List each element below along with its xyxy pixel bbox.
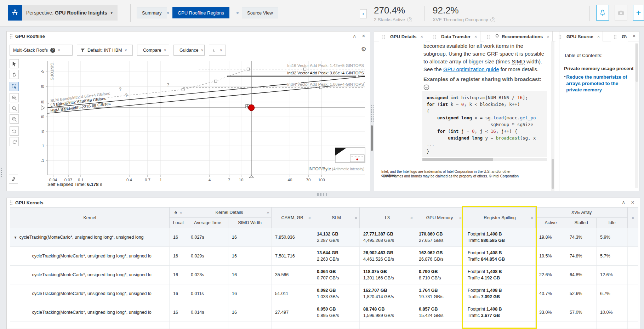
drag-handle-icon[interactable] [10, 200, 13, 205]
collapse-panel-button[interactable]: ∧ [622, 33, 629, 39]
roofline-chart[interactable]: ??? Int16 Vector Add Peak: 1.42e+5 GINTO… [41, 59, 369, 183]
simd-width-cell: 16 [228, 284, 272, 303]
recommendations-vscrollbar[interactable] [551, 41, 554, 191]
expand-metrics-button[interactable]: › [360, 9, 367, 18]
column-header-collapsed-group[interactable]: e« [170, 208, 187, 218]
close-panel-button[interactable]: × [631, 33, 638, 39]
row-expander-icon[interactable]: ▼ [14, 236, 17, 239]
tab-data-transfer[interactable]: Data Transfer× [430, 32, 480, 41]
close-tab-icon[interactable]: × [474, 34, 477, 39]
column-header-gpu-memory[interactable]: GPU Memory» [415, 208, 464, 228]
compare-dropdown[interactable]: Compare∨ [137, 45, 169, 56]
horizontal-splitter-handle[interactable] [317, 193, 327, 196]
column-header-kernel-details[interactable]: Kernel Details» [187, 208, 272, 218]
filter-default-dropdown[interactable]: Default: INT HBM∨ [77, 45, 133, 56]
tab-gpu-roofline-regions[interactable]: GPU Roofline Regions [172, 7, 229, 18]
column-header-active[interactable]: Active [536, 218, 566, 228]
new-analysis-button[interactable]: + [633, 5, 644, 21]
close-tab-icon[interactable]: × [420, 34, 423, 39]
column-header-local[interactable]: Local [170, 218, 187, 228]
expand-columns-icon[interactable]: » [410, 215, 413, 220]
column-header-stalled[interactable]: Stalled [566, 218, 597, 228]
expand-chart-button[interactable] [9, 175, 18, 184]
cursor-icon [12, 61, 17, 67]
column-header-slm[interactable]: SLM» [313, 208, 360, 228]
close-tab-icon[interactable]: × [547, 34, 549, 39]
column-header-kernel[interactable]: Kernel [10, 208, 170, 228]
select-tool-button[interactable] [10, 59, 19, 68]
close-tab-icon[interactable]: × [597, 34, 600, 39]
column-header-average-time[interactable]: Average Time [187, 218, 228, 228]
kernel-data-point[interactable] [249, 105, 255, 111]
code-hscroll-thumb[interactable] [422, 158, 493, 161]
column-header-l3[interactable]: L3» [360, 208, 415, 228]
l3-cell: 27,771.387 GB4,495.268 GB/s [360, 228, 415, 247]
marquee-select-icon [12, 84, 17, 89]
zoom-region-tool-button[interactable] [10, 114, 19, 124]
expand-columns-icon[interactable]: » [459, 215, 462, 220]
expand-columns-icon[interactable]: » [267, 210, 269, 215]
collapse-columns-icon[interactable]: « [180, 210, 182, 215]
kernel-name-cell: cycleTracking(MonteCarlo*, unsigned long… [10, 303, 170, 322]
guidance-dropdown[interactable]: Guidance∨ [173, 45, 205, 56]
kernel-row[interactable]: cycleTracking(MonteCarlo*, unsigned long… [10, 266, 638, 284]
kernel-row[interactable]: cycleTracking(MonteCarlo*, unsigned long… [10, 247, 638, 266]
kernel-row[interactable]: cycleTracking(MonteCarlo*, unsigned long… [10, 284, 638, 303]
expand-columns-icon[interactable]: » [531, 215, 533, 220]
column-header-simd-width[interactable]: SIMD Width [228, 218, 272, 228]
box-select-tool-button[interactable] [10, 82, 19, 91]
chart-settings-gear-icon[interactable]: ⚙ [361, 46, 366, 53]
help-icon[interactable]: ? [407, 17, 412, 22]
collapse-panel-button[interactable]: ∧ [620, 199, 627, 205]
column-header-idle[interactable]: Idle [597, 218, 628, 228]
svg-text:7: 7 [228, 178, 230, 182]
gpu-optimization-guide-link[interactable]: GPU optimization guide [443, 66, 499, 72]
undo-button[interactable] [10, 126, 19, 136]
tab-summary[interactable]: Summary [137, 7, 167, 18]
kernel-row[interactable]: cycleTracking(MonteCarlo*, unsigned long… [10, 303, 638, 322]
expand-example-icon[interactable] [423, 84, 429, 90]
expand-columns-icon[interactable]: » [355, 215, 357, 220]
tab-gpu-details[interactable]: GPU Details× [379, 32, 426, 41]
collapse-panel-button[interactable]: ∧ [351, 33, 358, 39]
zoom-in-icon [12, 95, 17, 101]
drag-handle-icon [614, 34, 617, 39]
splitter-scroll-thumb[interactable] [371, 125, 373, 151]
tab-recommendations[interactable]: Recommendations× [484, 32, 553, 41]
multi-stack-roofs-dropdown[interactable]: Multi-Stack Roofs?∨ [10, 45, 73, 56]
zoom-in-tool-button[interactable] [10, 93, 19, 102]
collapse-columns-icon[interactable]: « [632, 215, 634, 220]
window-edge-handle[interactable] [0, 167, 2, 178]
column-header-carm[interactable]: CARM, GB» [272, 208, 313, 228]
drag-handle-icon[interactable] [10, 34, 13, 39]
toc-link-reduce-arrays[interactable]: Reduce the number/size of arrays promote… [566, 74, 635, 93]
notifications-button[interactable] [596, 5, 609, 21]
panel-splitter[interactable] [370, 31, 374, 191]
close-panel-button[interactable]: × [629, 199, 636, 206]
column-header-filler[interactable]: « [628, 208, 638, 228]
tab-source-view[interactable]: Source View [242, 7, 278, 18]
redo-button[interactable] [10, 137, 19, 146]
close-panel-button[interactable]: × [360, 33, 367, 39]
kernel-row[interactable]: ▼cycleTracking(MonteCarlo*, unsigned lon… [10, 228, 638, 247]
help-icon[interactable]: ? [490, 17, 495, 22]
kernel-name-cell: cycleTracking(MonteCarlo*, unsigned long… [10, 266, 170, 284]
roofline-vscrollbar[interactable] [366, 117, 369, 180]
column-header-xve-array[interactable]: XVE Array [536, 208, 628, 218]
expand-columns-icon[interactable]: » [308, 215, 311, 220]
export-button[interactable]: ∨ [209, 45, 226, 56]
lightbulb-icon [495, 34, 499, 39]
code-hscrollbar[interactable] [422, 158, 547, 161]
column-header-register-spilling[interactable]: Register Spilling» [464, 208, 536, 228]
zoom-out-tool-button[interactable] [10, 104, 19, 113]
gpu-source-vscrollbar[interactable] [635, 43, 638, 188]
snapshot-button[interactable] [615, 5, 627, 21]
kernel-row[interactable]: cycleTracking(MonteCarlo*, unsigned long… [10, 322, 638, 329]
chevron-down-icon: ▾ [111, 11, 113, 15]
chart-minimap[interactable] [335, 148, 365, 163]
pan-tool-button[interactable] [10, 70, 19, 79]
perspective-selector[interactable]: Perspective: GPU Roofline Insights ▾ [8, 5, 118, 21]
tab-gpu-source[interactable]: GPU Source× [555, 32, 603, 41]
register-spilling-cell: Footprint 1,408 BTraffic 4.192 GB [464, 266, 536, 284]
y-axis-marker-icon [41, 106, 45, 110]
